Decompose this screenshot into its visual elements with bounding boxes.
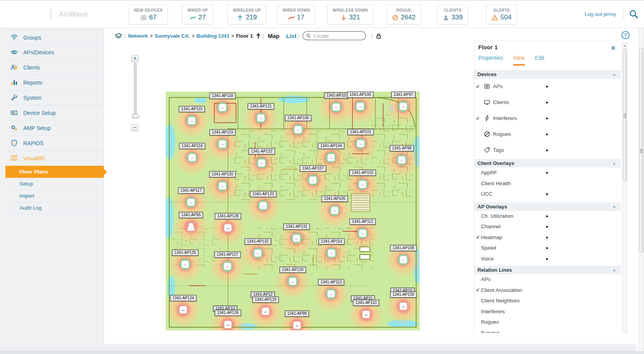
ap-marker[interactable] [255, 113, 266, 123]
panel-row-rogues[interactable]: Rogues [474, 317, 621, 328]
search-icon[interactable] [629, 9, 639, 19]
ap-marker[interactable] [252, 248, 263, 259]
sidebar-item-floor-plans[interactable]: Floor Plans [5, 166, 104, 178]
panel-row-client-health[interactable]: Client Health [474, 178, 621, 189]
locate-search[interactable] [302, 31, 366, 40]
panel-scrollbar-thumb[interactable] [623, 49, 627, 181]
locate-input[interactable] [313, 33, 361, 39]
ap-label[interactable]: 1341-AP122 [248, 148, 275, 154]
ap-label[interactable]: 1341-AP105 [321, 196, 348, 202]
ap-label[interactable]: 1341-AP126 [215, 310, 241, 316]
ap-marker[interactable] [361, 309, 371, 320]
panel-tab-edit[interactable]: Edit [535, 55, 544, 66]
expand-right-icon[interactable]: ► [545, 224, 549, 229]
expand-right-icon[interactable]: ► [545, 132, 549, 136]
ap-label[interactable]: 1341-AP95 [179, 212, 203, 218]
breadcrumb-building-1341[interactable]: Building 1341 [196, 33, 229, 39]
expand-right-icon[interactable]: ► [545, 257, 549, 261]
stat-rogue[interactable]: ROGUE2642 [387, 5, 421, 24]
ap-marker[interactable] [293, 124, 304, 135]
lock-icon[interactable] [376, 30, 381, 42]
ap-label[interactable]: 1341-AP116 [179, 143, 205, 149]
ap-marker[interactable] [398, 301, 409, 312]
ap-label[interactable]: 1341-AP112 [350, 219, 376, 225]
panel-row-client-neighbors[interactable]: Client Neighbors [474, 295, 621, 306]
ap-marker[interactable] [260, 306, 271, 317]
stat-wireless-up[interactable]: WIRELESS UP219 [227, 5, 266, 24]
expand-right-icon[interactable]: ► [545, 148, 549, 152]
logout-link[interactable]: Log out jenny [585, 11, 616, 17]
sidebar-item-clients[interactable]: Clients [5, 60, 104, 75]
panel-row-speed[interactable]: Speed► [474, 243, 621, 253]
sidebar-item-device-setup[interactable]: Device Setup [5, 105, 104, 121]
zoom-out-button[interactable]: − [131, 124, 139, 131]
ap-marker[interactable] [217, 139, 228, 149]
ap-marker[interactable] [355, 138, 366, 149]
tab-map[interactable]: Map [268, 30, 279, 42]
panel-row-apprf[interactable]: AppRF► [474, 167, 621, 178]
ap-marker[interactable] [355, 101, 366, 112]
panel-row-ch-utilization[interactable]: Ch. Utilization► [474, 211, 621, 222]
ap-label[interactable]: 1341-AP115 [179, 106, 205, 112]
ap-marker[interactable] [357, 179, 368, 190]
expand-right-icon[interactable]: ► [545, 235, 549, 239]
ap-marker[interactable] [186, 115, 197, 126]
ap-label[interactable]: 1341-AP98 [390, 145, 414, 151]
zoom-slider-handle[interactable] [132, 114, 139, 118]
ap-label[interactable]: 1341-AP110 [353, 300, 379, 306]
breadcrumb-network[interactable]: Network [128, 33, 148, 39]
ap-marker[interactable] [222, 222, 233, 233]
ap-marker[interactable] [326, 248, 337, 259]
zoom-slider-track[interactable] [134, 63, 137, 117]
ap-label[interactable]: 1341-AP101 [347, 129, 374, 135]
ap-marker[interactable] [307, 175, 318, 186]
sidebar-item-import[interactable]: Import [5, 190, 104, 202]
panel-row-interferers[interactable]: ✓Interferers► [474, 110, 621, 126]
ap-marker[interactable] [258, 200, 269, 211]
ap-marker[interactable] [326, 288, 337, 299]
ap-label[interactable]: 1341-AP97 [391, 92, 415, 98]
sidebar-item-aps-devices[interactable]: APs/Devices [5, 45, 104, 60]
ap-marker[interactable] [217, 180, 228, 191]
stat-alerts[interactable]: ALERTS504 [486, 5, 517, 24]
stat-wired-up[interactable]: WIRED UP27 [182, 5, 213, 24]
ap-label[interactable]: 1341-AP113 [318, 279, 344, 285]
stat-wireless-down[interactable]: WIRELESS DOWN321 [327, 5, 373, 24]
ap-label[interactable]: 1341-AP99 [285, 311, 309, 317]
panel-row-clients[interactable]: Clients► [474, 94, 621, 110]
ap-marker[interactable] [222, 261, 233, 272]
expand-right-icon[interactable]: ► [545, 214, 549, 218]
ap-marker[interactable] [180, 259, 191, 270]
sidebar-item-groups[interactable]: Groups [5, 30, 104, 45]
expand-right-icon[interactable]: ► [545, 116, 549, 120]
ap-label[interactable]: 1341-AP130 [279, 267, 306, 273]
ap-label[interactable]: 1341-AP100 [347, 92, 373, 98]
stat-new-devices[interactable]: NEW DEVICES67 [128, 5, 168, 24]
ap-marker[interactable] [187, 152, 198, 163]
expand-right-icon[interactable]: ► [545, 246, 549, 250]
panel-scrollbar[interactable]: ▲ [622, 42, 627, 333]
sidebar-item-rapids[interactable]: RAPIDS [5, 135, 104, 151]
floorplan-svg[interactable] [166, 92, 420, 330]
ap-label[interactable]: 1341-AP123 [250, 191, 276, 197]
panel-row-channel[interactable]: Channel► [474, 221, 621, 232]
panel-row-tags[interactable]: Tags► [474, 142, 621, 158]
ap-label[interactable]: 1341-AP121 [248, 103, 274, 109]
ap-marker[interactable] [396, 154, 407, 165]
ap-label[interactable]: 1341-AP106 [285, 115, 311, 121]
panel-row-ucc[interactable]: UCC► [474, 189, 621, 200]
ap-label[interactable]: 1341-AP128 [215, 213, 241, 219]
panel-row-aps[interactable]: ✓APs► [474, 78, 621, 94]
floorplan-canvas[interactable]: 1341-AP101341-AP121341-AP131341-AP111341… [166, 92, 420, 330]
tab-list[interactable]: List [286, 30, 297, 42]
help-icon[interactable]: ? [621, 31, 630, 39]
ap-label[interactable]: 1341-AP118 [210, 93, 236, 99]
ap-marker[interactable] [287, 276, 298, 287]
panel-tab-properties[interactable]: Properties [478, 55, 503, 66]
sidebar-item-setup[interactable]: Setup [5, 178, 104, 190]
ap-marker[interactable] [256, 158, 267, 168]
ap-label[interactable]: 1341-AP108 [390, 245, 417, 251]
ap-label[interactable]: 1341-AP124 [170, 295, 196, 301]
panel-row-interferers[interactable]: Interferers [474, 306, 621, 317]
ap-label[interactable]: 1341-AP117 [178, 187, 204, 194]
